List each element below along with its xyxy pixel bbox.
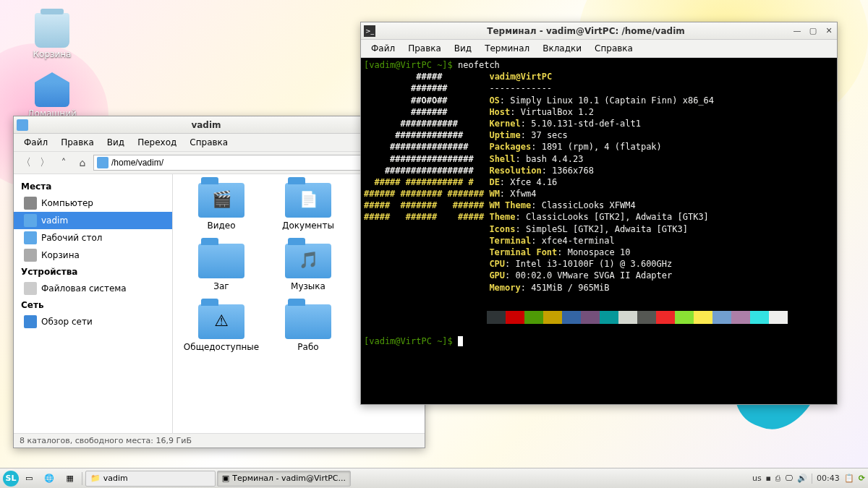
separator: [812, 474, 812, 484]
sidebar-item[interactable]: Компьютер: [14, 194, 172, 212]
sidebar-item-label: Файловая система: [41, 283, 127, 294]
fm-statusbar: 8 каталогов, свободного места: 16,9 ГиБ: [14, 433, 425, 448]
sidebar-item-label: Корзина: [41, 250, 80, 260]
fm-menu-help[interactable]: Справка: [184, 136, 234, 149]
clock[interactable]: 00:43: [817, 474, 840, 483]
desktop-home[interactable]: Домашний: [23, 72, 81, 119]
term-menubar: Файл Правка Вид Терминал Вкладки Справка: [361, 40, 837, 58]
term-menu-help[interactable]: Справка: [589, 42, 639, 55]
term-menu-tabs[interactable]: Вкладки: [537, 42, 587, 55]
sidebar-item-label: vadim: [41, 215, 68, 226]
term-menu-edit[interactable]: Правка: [402, 42, 447, 55]
folder-item[interactable]: Заг: [182, 244, 261, 291]
sidebar-item-icon: [24, 197, 37, 210]
sidebar-item-label: Обзор сети: [41, 317, 93, 327]
home-button[interactable]: ⌂: [75, 155, 90, 171]
close-button[interactable]: ✕: [824, 26, 834, 36]
folder-label: Документы: [268, 221, 348, 231]
fm-menu-file[interactable]: Файл: [18, 136, 54, 149]
sidebar-item-icon: [24, 231, 37, 244]
folder-item[interactable]: ⚠Общедоступные: [182, 304, 261, 352]
folder-icon: [198, 244, 244, 278]
folder-label: Рабо: [268, 342, 348, 352]
sidebar-item[interactable]: Обзор сети: [14, 313, 172, 330]
separator: [82, 472, 82, 485]
taskbar-task[interactable]: ▣Терминал - vadim@VirtPC...: [217, 471, 351, 487]
folder-item[interactable]: 🎬Видео: [182, 183, 261, 231]
show-desktop-button[interactable]: ▭: [20, 471, 38, 487]
task-label: Терминал - vadim@VirtPC...: [232, 474, 346, 483]
system-tray: us ▪ ⎙ 🖵 🔊 00:43 📋 ⟳: [752, 474, 865, 484]
term-menu-view[interactable]: Вид: [448, 42, 477, 55]
term-titlebar[interactable]: >_ Терминал - vadim@VirtPC: /home/vadim …: [361, 22, 837, 40]
folder-item[interactable]: 📄Документы: [268, 183, 348, 231]
sidebar-item[interactable]: vadim: [14, 212, 172, 229]
folder-icon: ⚠: [198, 304, 244, 339]
taskbar: SL ▭ 🌐 ▦ 📁vadim▣Терминал - vadim@VirtPC.…: [0, 468, 868, 488]
browser-launcher[interactable]: 🌐: [39, 471, 59, 487]
fm-menu-go[interactable]: Переход: [132, 136, 182, 149]
folder-icon: [285, 304, 331, 339]
sidebar-section-places: Места: [14, 179, 172, 194]
sidebar-item-icon: [24, 214, 37, 227]
term-menu-terminal[interactable]: Терминал: [479, 42, 535, 55]
sidebar-item-label: Компьютер: [41, 198, 93, 208]
task-icon: 📁: [90, 474, 101, 483]
back-button[interactable]: 〈: [18, 155, 34, 171]
sidebar-item-icon: [24, 249, 37, 262]
fm-menu-view[interactable]: Вид: [101, 136, 130, 149]
workspace-switcher[interactable]: ▦: [61, 471, 78, 487]
taskbar-task[interactable]: 📁vadim: [85, 471, 216, 487]
minimize-button[interactable]: —: [792, 26, 802, 36]
folder-icon: [17, 119, 28, 131]
tray-icon-3[interactable]: 🖵: [785, 474, 793, 483]
folder-icon: 📄: [285, 183, 331, 218]
terminal-output[interactable]: [vadim@VirtPC ~]$ neofetch ##### vadim@V…: [361, 58, 837, 404]
sidebar-section-network: Сеть: [14, 297, 172, 313]
terminal-window: >_ Терминал - vadim@VirtPC: /home/vadim …: [360, 22, 838, 405]
folder-label: Видео: [182, 221, 261, 231]
trash-icon: [35, 13, 69, 48]
forward-button[interactable]: 〉: [37, 155, 53, 171]
term-menu-file[interactable]: Файл: [365, 42, 401, 55]
sidebar-item[interactable]: Корзина: [14, 247, 172, 264]
folder-item[interactable]: 🎵Музыка: [268, 244, 348, 291]
fm-title: vadim: [33, 120, 380, 130]
tray-icon-4[interactable]: 📋: [844, 474, 854, 483]
term-title: Терминал - vadim@VirtPC: /home/vadim: [380, 26, 792, 36]
logout-icon[interactable]: ⟳: [859, 474, 865, 483]
sidebar-section-devices: Устройства: [14, 264, 172, 280]
maximize-button[interactable]: ▢: [808, 26, 818, 36]
fm-menu-edit[interactable]: Правка: [55, 136, 100, 149]
folder-label: Музыка: [268, 281, 348, 291]
folder-item[interactable]: Рабо: [268, 304, 348, 352]
tray-icon-1[interactable]: ▪: [766, 474, 771, 483]
volume-icon[interactable]: 🔊: [797, 474, 807, 483]
desktop-trash[interactable]: Корзина: [23, 13, 81, 59]
tray-icon-2[interactable]: ⎙: [775, 474, 780, 483]
task-label: vadim: [103, 474, 128, 483]
keyboard-layout[interactable]: us: [752, 474, 762, 483]
sidebar-item-icon: [24, 282, 37, 295]
sidebar-item-icon: [24, 315, 37, 328]
task-icon: ▣: [222, 474, 229, 483]
start-menu-button[interactable]: SL: [3, 471, 19, 487]
home-icon: [35, 82, 69, 107]
desktop-trash-label: Корзина: [23, 49, 81, 59]
terminal-icon: >_: [364, 25, 375, 37]
home-mini-icon: [97, 157, 109, 168]
folder-label: Общедоступные: [182, 342, 261, 352]
sidebar-item[interactable]: Файловая система: [14, 280, 172, 297]
folder-icon: 🎬: [198, 183, 244, 218]
folder-icon: 🎵: [285, 244, 331, 278]
up-button[interactable]: ˄: [56, 155, 72, 171]
folder-label: Заг: [182, 281, 261, 291]
sidebar-item[interactable]: Рабочий стол: [14, 229, 172, 247]
fm-sidebar: Места КомпьютерvadimРабочий столКорзина …: [14, 174, 173, 433]
sidebar-item-label: Рабочий стол: [41, 233, 102, 243]
